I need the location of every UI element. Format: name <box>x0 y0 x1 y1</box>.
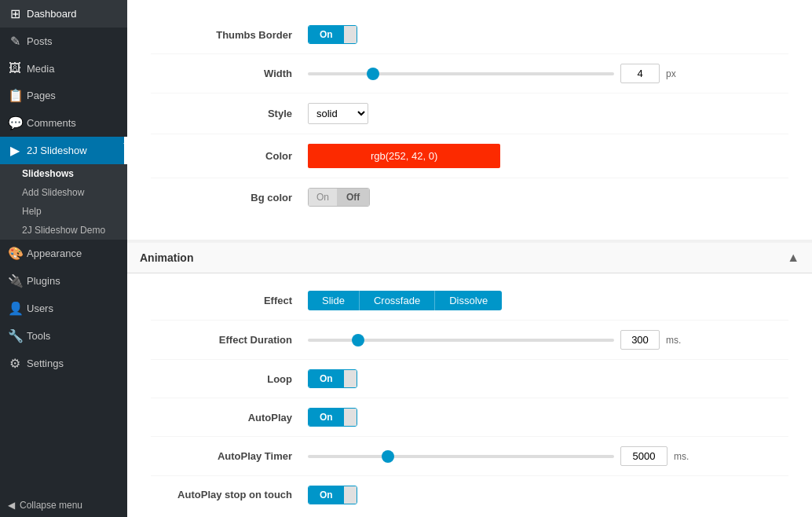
animation-section: Animation ▲ Effect Slide Crossfade Disso… <box>127 243 812 517</box>
animation-collapse-icon: ▲ <box>787 251 799 265</box>
width-row: Width px <box>151 54 788 94</box>
sidebar: ⊞ Dashboard ✎ Posts 🖼 Media 📋 Pages 💬 Co… <box>0 0 127 517</box>
settings-icon: ⚙ <box>8 356 22 371</box>
bgcolor-row: Bg color On Off <box>151 178 788 216</box>
loop-off <box>344 370 357 387</box>
thumbs-border-label: Thumbs Border <box>151 29 308 41</box>
effect-duration-slider[interactable] <box>308 339 614 342</box>
effect-duration-control: ms. <box>308 330 681 350</box>
autoplay-timer-input[interactable] <box>620 446 668 466</box>
thumbs-border-toggle[interactable]: On <box>308 25 357 44</box>
effect-crossfade-button[interactable]: Crossfade <box>360 291 435 310</box>
thumbs-border-control: On <box>308 25 357 44</box>
sidebar-item-2j-demo[interactable]: 2J Slideshow Demo <box>0 221 127 240</box>
collapse-menu-button[interactable]: ◀ Collapse menu <box>0 493 127 517</box>
animation-section-title: Animation <box>140 251 193 264</box>
posts-icon: ✎ <box>8 34 22 49</box>
effect-duration-unit: ms. <box>666 335 681 346</box>
main-content: Thumbs Border On Width px Style solid <box>127 0 812 517</box>
autoplay-stop-row: AutoPlay stop on touch On <box>151 476 788 514</box>
animation-content: Effect Slide Crossfade Dissolve Effect D… <box>127 273 812 517</box>
autoplay-stop-on: On <box>309 486 344 504</box>
dashboard-icon: ⊞ <box>8 6 22 21</box>
autoplay-timer-row: AutoPlay Timer ms. <box>151 437 788 476</box>
style-control: solid dashed dotted double groove ridge <box>308 103 368 124</box>
sidebar-item-2j-slideshow[interactable]: ▶ 2J Slideshow ◀ <box>0 137 127 164</box>
color-row: Color rgb(252, 42, 0) <box>151 134 788 178</box>
loop-on: On <box>309 370 344 387</box>
bgcolor-control: On Off <box>308 188 370 207</box>
autoplay-on: On <box>309 409 344 426</box>
pages-icon: 📋 <box>8 88 22 103</box>
color-button[interactable]: rgb(252, 42, 0) <box>308 144 500 168</box>
media-icon: 🖼 <box>8 61 22 75</box>
bgcolor-on-btn: On <box>309 189 337 206</box>
effect-duration-input[interactable] <box>620 330 660 350</box>
loop-label: Loop <box>151 373 308 385</box>
autoplay-timer-control: ms. <box>308 446 689 466</box>
thumbs-border-row: Thumbs Border On <box>151 16 788 54</box>
sidebar-item-pages[interactable]: 📋 Pages <box>0 82 127 109</box>
sidebar-item-settings[interactable]: ⚙ Settings <box>0 350 127 377</box>
sidebar-item-dashboard[interactable]: ⊞ Dashboard <box>0 0 127 28</box>
sidebar-item-add-slideshow[interactable]: Add Slideshow <box>0 183 127 202</box>
style-select[interactable]: solid dashed dotted double groove ridge <box>308 103 368 124</box>
bgcolor-off-lbl: Off <box>337 189 369 206</box>
tools-icon: 🔧 <box>8 328 22 343</box>
effect-duration-label: Effect Duration <box>151 334 308 346</box>
effect-row: Effect Slide Crossfade Dissolve <box>151 281 788 321</box>
autoplay-timer-unit: ms. <box>674 451 689 462</box>
sidebar-item-plugins[interactable]: 🔌 Plugins <box>0 267 127 295</box>
sidebar-item-slideshows[interactable]: Slideshows <box>0 164 127 183</box>
autoplay-stop-control: On <box>308 486 357 504</box>
thumbs-border-on: On <box>309 26 344 43</box>
effect-group: Slide Crossfade Dissolve <box>308 291 502 310</box>
slideshow-icon: ▶ <box>8 143 22 158</box>
autoplay-stop-off <box>344 486 357 504</box>
loop-toggle[interactable]: On <box>308 369 357 388</box>
autoplay-toggle[interactable]: On <box>308 408 357 427</box>
sidebar-item-tools[interactable]: 🔧 Tools <box>0 322 127 350</box>
sidebar-item-comments[interactable]: 💬 Comments <box>0 109 127 137</box>
width-label: Width <box>151 68 308 79</box>
loop-row: Loop On <box>151 360 788 398</box>
effect-duration-row: Effect Duration ms. <box>151 321 788 360</box>
width-unit: px <box>666 68 676 79</box>
effect-dissolve-button[interactable]: Dissolve <box>435 291 502 310</box>
color-control: rgb(252, 42, 0) <box>308 144 500 168</box>
sidebar-item-help[interactable]: Help <box>0 202 127 221</box>
effect-control: Slide Crossfade Dissolve <box>308 291 502 310</box>
color-label: Color <box>151 150 308 162</box>
autoplay-label: AutoPlay <box>151 412 308 424</box>
appearance-icon: 🎨 <box>8 246 22 261</box>
plugins-icon: 🔌 <box>8 273 22 288</box>
width-input[interactable] <box>620 64 660 83</box>
sidebar-submenu: Slideshows Add Slideshow Help 2J Slidesh… <box>0 164 127 240</box>
autoplay-stop-label: AutoPlay stop on touch <box>151 489 308 502</box>
sidebar-item-media[interactable]: 🖼 Media <box>0 55 127 82</box>
bgcolor-toggle[interactable]: On Off <box>308 188 370 207</box>
autoplay-stop-toggle[interactable]: On <box>308 486 357 504</box>
bgcolor-label: Bg color <box>151 192 308 204</box>
effect-label: Effect <box>151 295 308 306</box>
autoplay-control: On <box>308 408 357 427</box>
autoplay-row: AutoPlay On <box>151 398 788 437</box>
sidebar-item-users[interactable]: 👤 Users <box>0 295 127 322</box>
style-label: Style <box>151 108 308 119</box>
animation-section-header[interactable]: Animation ▲ <box>127 243 812 273</box>
autoplay-timer-slider[interactable] <box>308 455 614 458</box>
collapse-arrow-icon: ◀ <box>8 500 15 511</box>
effect-slide-button[interactable]: Slide <box>308 291 360 310</box>
sidebar-item-posts[interactable]: ✎ Posts <box>0 28 127 55</box>
width-slider[interactable] <box>308 72 614 75</box>
autoplay-timer-label: AutoPlay Timer <box>151 450 308 462</box>
thumbs-border-section: Thumbs Border On Width px Style solid <box>127 0 812 240</box>
loop-control: On <box>308 369 357 388</box>
width-control: px <box>308 64 676 83</box>
autoplay-off <box>344 409 357 426</box>
active-arrow: ◀ <box>123 137 127 164</box>
comments-icon: 💬 <box>8 116 22 130</box>
users-icon: 👤 <box>8 301 22 316</box>
sidebar-item-appearance[interactable]: 🎨 Appearance <box>0 240 127 267</box>
thumbs-border-off <box>344 26 357 43</box>
